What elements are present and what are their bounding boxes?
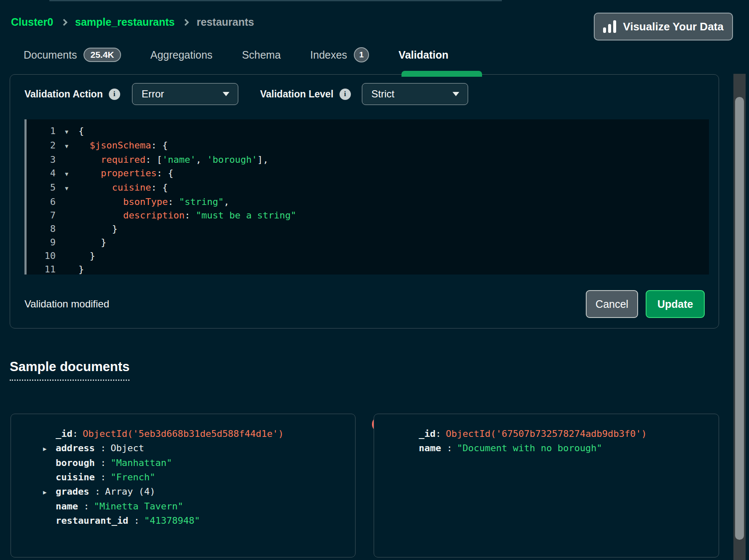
cancel-button[interactable]: Cancel: [586, 290, 638, 318]
validation-editor-card: Validation Action i Error Validation Lev…: [10, 74, 719, 328]
document-field-row: _id:ObjectId('67507b732578274adb9db3f0'): [406, 427, 719, 441]
vertical-scrollbar[interactable]: [733, 74, 746, 560]
line-number: 4: [24, 167, 56, 180]
line-number: 11: [24, 263, 56, 275]
editor-line[interactable]: 4▾ properties: {: [24, 167, 709, 181]
field-separator: :: [441, 443, 453, 453]
fold-arrow-icon[interactable]: ▾: [59, 182, 74, 195]
top-tab-strip-edge: [49, 0, 502, 1]
chevron-right-icon: [182, 19, 189, 26]
document-field-row: borough :"Manhattan": [43, 456, 355, 470]
field-value: ObjectId('5eb3d668b31de5d588f44d1e'): [83, 428, 284, 439]
field-value: "French": [110, 472, 155, 482]
editor-line[interactable]: 2▾ $jsonSchema: {: [24, 139, 709, 153]
field-separator: :: [436, 428, 441, 439]
tab-label: Schema: [242, 49, 281, 61]
breadcrumb-database[interactable]: sample_restaurants: [75, 16, 175, 28]
field-value: ObjectId('67507b732578274adb9db3f0'): [446, 428, 647, 439]
code-text: }: [78, 264, 84, 275]
field-separator: :: [95, 472, 106, 482]
sample-documents-heading[interactable]: Sample documents: [10, 359, 129, 381]
document-field-row: ▸address :Object: [43, 441, 355, 456]
visualize-your-data-button[interactable]: Visualize Your Data: [594, 13, 733, 40]
tab-validation[interactable]: Validation: [399, 49, 448, 61]
passed-document-card: _id:ObjectId('5eb3d668b31de5d588f44d1e')…: [11, 414, 356, 557]
validation-action-select[interactable]: Error: [132, 83, 238, 105]
code-text: description: "must be a string": [78, 210, 296, 221]
field-name: address: [56, 443, 95, 453]
field-separator: :: [128, 515, 140, 526]
chevron-right-icon: [61, 19, 68, 26]
field-separator: :: [89, 486, 100, 497]
editor-line[interactable]: 8 }: [24, 222, 709, 236]
scrollbar-thumb[interactable]: [735, 97, 744, 540]
field-value: Object: [110, 443, 144, 453]
bar-chart-icon: [603, 20, 616, 33]
code-text: }: [78, 250, 95, 261]
validation-level-select[interactable]: Strict: [362, 83, 468, 105]
breadcrumb: Cluster0 sample_restaurants restaurants: [11, 16, 254, 28]
validation-level-label: Validation Level: [260, 89, 334, 100]
line-number: 8: [24, 222, 56, 236]
tab-count-badge: 1: [354, 47, 369, 62]
editor-left-accent-bar: [24, 119, 27, 275]
editor-line[interactable]: 6 bsonType: "string",: [24, 195, 709, 209]
tab-indexes[interactable]: Indexes1: [310, 47, 369, 62]
expand-arrow-icon[interactable]: ▸: [43, 485, 56, 499]
editor-line[interactable]: 5▾ cuisine: {: [24, 181, 709, 195]
info-icon[interactable]: i: [109, 89, 120, 100]
collection-tabs: Documents25.4KAggregationsSchemaIndexes1…: [24, 47, 448, 62]
field-value: "Manhattan": [110, 458, 172, 468]
code-text: required: ['name', 'borough'],: [78, 154, 268, 165]
breadcrumb-collection: restaurants: [197, 16, 254, 28]
field-value: "Minetta Tavern": [94, 501, 183, 512]
fold-arrow-icon[interactable]: ▾: [59, 125, 74, 139]
fold-arrow-icon[interactable]: ▾: [59, 167, 74, 181]
line-number: 3: [24, 153, 56, 167]
editor-line[interactable]: 11}: [24, 263, 709, 275]
field-name: restaurant_id: [56, 515, 128, 526]
field-separator: :: [95, 458, 106, 468]
code-text: }: [78, 237, 106, 248]
fold-arrow-icon[interactable]: ▾: [59, 140, 74, 153]
passed-document-fields: _id:ObjectId('5eb3d668b31de5d588f44d1e')…: [11, 414, 355, 528]
info-icon[interactable]: i: [339, 89, 351, 100]
update-button[interactable]: Update: [646, 290, 705, 318]
tab-label: Indexes: [310, 49, 348, 61]
editor-line[interactable]: 7 description: "must be a string": [24, 209, 709, 222]
document-field-row: restaurant_id :"41378948": [43, 514, 355, 528]
line-number: 1: [24, 124, 56, 138]
failed-document-card: _id:ObjectId('67507b732578274adb9db3f0')…: [374, 414, 719, 557]
validation-action-value: Error: [142, 88, 164, 100]
tab-documents[interactable]: Documents25.4K: [24, 48, 121, 62]
line-number: 2: [24, 139, 56, 152]
failed-document-fields: _id:ObjectId('67507b732578274adb9db3f0')…: [374, 414, 719, 455]
tab-schema[interactable]: Schema: [242, 49, 281, 61]
json-schema-editor[interactable]: 1▾{2▾ $jsonSchema: {3 required: ['name',…: [24, 119, 709, 275]
document-field-row: cuisine :"French": [43, 470, 355, 485]
document-field-row: _id:ObjectId('5eb3d668b31de5d588f44d1e'): [43, 427, 355, 441]
editor-line[interactable]: 1▾{: [24, 124, 709, 139]
document-field-row: name :"Minetta Tavern": [43, 499, 355, 514]
editor-line[interactable]: 9 }: [24, 236, 709, 249]
tab-aggregations[interactable]: Aggregations: [151, 49, 213, 61]
validation-level-value: Strict: [372, 88, 395, 100]
tab-label: Documents: [24, 49, 77, 61]
visualize-button-label: Visualize Your Data: [623, 20, 723, 33]
code-text: cuisine: {: [78, 182, 168, 193]
code-text: }: [78, 223, 118, 234]
collection-validation-page: Cluster0 sample_restaurants restaurants …: [0, 0, 749, 560]
field-name: grades: [56, 486, 89, 497]
breadcrumb-cluster[interactable]: Cluster0: [11, 16, 53, 28]
code-text: bsonType: "string",: [78, 197, 229, 207]
code-text: {: [78, 126, 84, 136]
editor-line[interactable]: 10 }: [24, 249, 709, 263]
field-name: borough: [56, 458, 95, 468]
expand-arrow-icon[interactable]: ▸: [43, 442, 56, 456]
editor-line[interactable]: 3 required: ['name', 'borough'],: [24, 153, 709, 167]
tab-label: Aggregations: [151, 49, 213, 61]
document-field-row: name :"Document with no borough": [406, 441, 719, 455]
validation-action-label: Validation Action: [24, 89, 103, 100]
field-name: cuisine: [56, 472, 95, 482]
chevron-down-icon: [453, 92, 459, 96]
